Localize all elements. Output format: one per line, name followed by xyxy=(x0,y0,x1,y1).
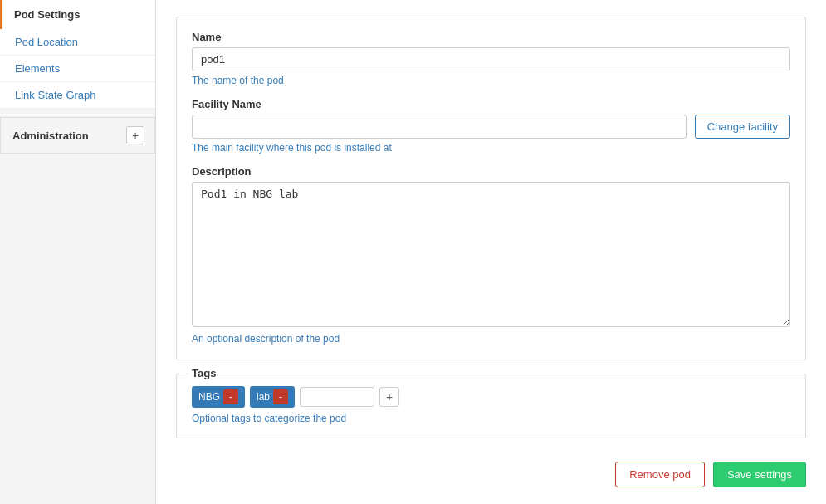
description-label: Description xyxy=(192,165,790,178)
facility-group: Facility Name Change facility The main f… xyxy=(192,98,790,154)
sidebar-link-elements[interactable]: Elements xyxy=(15,62,60,75)
tag-nbg-label: NBG xyxy=(198,391,220,403)
sidebar-link-pod-location[interactable]: Pod Location xyxy=(15,36,78,48)
sidebar-section-title: Pod Settings xyxy=(0,0,155,29)
sidebar-admin-section[interactable]: Administration + xyxy=(0,117,155,154)
sidebar-item-link-state-graph[interactable]: Link State Graph xyxy=(0,82,155,109)
tag-lab: lab - xyxy=(250,386,295,408)
tag-add-button[interactable]: + xyxy=(379,387,399,407)
facility-label: Facility Name xyxy=(192,98,790,110)
tag-lab-remove-button[interactable]: - xyxy=(273,389,288,404)
main-content: Name The name of the pod Facility Name C… xyxy=(156,0,826,504)
name-input[interactable] xyxy=(192,47,790,71)
tag-nbg: NBG - xyxy=(192,386,245,408)
save-settings-button[interactable]: Save settings xyxy=(713,462,806,487)
change-facility-button[interactable]: Change facility xyxy=(695,115,790,139)
name-hint: The name of the pod xyxy=(192,75,790,86)
name-group: Name The name of the pod xyxy=(192,31,790,86)
tags-row: NBG - lab - + xyxy=(192,386,790,408)
pod-settings-form-section: Name The name of the pod Facility Name C… xyxy=(176,17,806,360)
name-label: Name xyxy=(192,31,790,43)
sidebar-link-link-state-graph[interactable]: Link State Graph xyxy=(15,89,96,101)
admin-add-button[interactable]: + xyxy=(126,126,144,144)
tag-lab-label: lab xyxy=(257,391,270,403)
facility-input[interactable] xyxy=(192,115,687,139)
remove-pod-button[interactable]: Remove pod xyxy=(615,462,705,487)
tag-nbg-remove-button[interactable]: - xyxy=(223,389,238,404)
tags-section: Tags NBG - lab - + Optional tags to cate… xyxy=(176,374,806,438)
facility-row: Change facility xyxy=(192,115,790,139)
facility-hint: The main facility where this pod is inst… xyxy=(192,142,790,154)
description-group: Description Pod1 in NBG lab An optional … xyxy=(192,165,790,345)
sidebar: Pod Settings Pod Location Elements Link … xyxy=(0,0,156,504)
tag-new-input[interactable] xyxy=(300,387,374,407)
description-hint: An optional description of the pod xyxy=(192,333,790,345)
tags-legend: Tags xyxy=(188,367,219,379)
sidebar-item-elements[interactable]: Elements xyxy=(0,56,155,82)
sidebar-item-pod-location[interactable]: Pod Location xyxy=(0,29,155,56)
sidebar-admin-label: Administration xyxy=(12,130,89,142)
footer-actions: Remove pod Save settings xyxy=(176,452,806,491)
description-textarea[interactable]: Pod1 in NBG lab xyxy=(192,182,790,327)
sidebar-nav: Pod Location Elements Link State Graph xyxy=(0,29,155,109)
tags-hint: Optional tags to categorize the pod xyxy=(192,413,790,424)
